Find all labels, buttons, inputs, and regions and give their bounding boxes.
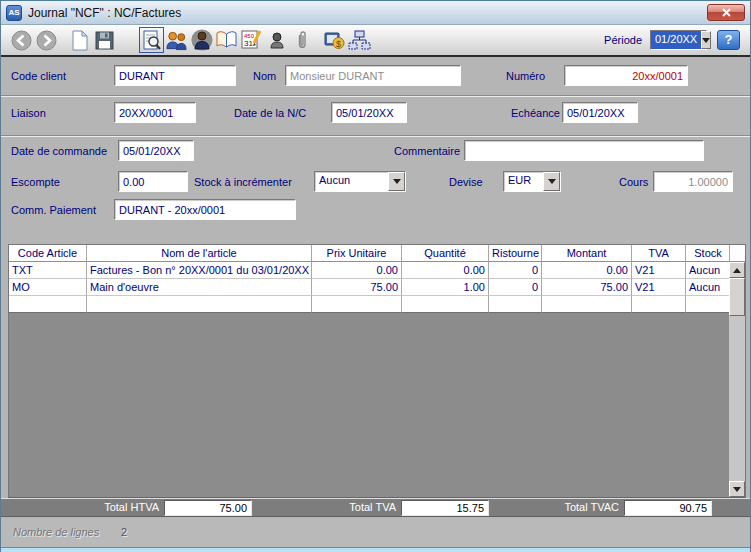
close-icon: [722, 8, 731, 17]
table-cell[interactable]: [312, 296, 402, 313]
total-tva-field[interactable]: [401, 500, 489, 516]
periode-combobox[interactable]: 01/20XX: [650, 30, 707, 50]
table-cell[interactable]: 75.00: [312, 279, 402, 296]
payment-icon: $: [324, 30, 346, 50]
cours-label: Cours: [619, 176, 648, 188]
scroll-up-button[interactable]: [729, 262, 745, 278]
escompte-field[interactable]: [118, 171, 188, 192]
contact-icon: [270, 32, 284, 49]
total-tvac-field[interactable]: [624, 500, 712, 516]
table-cell[interactable]: [87, 296, 312, 313]
table-cell[interactable]: Factures - Bon n° 20XX/0001 du 03/01/20X…: [87, 262, 312, 279]
client-button[interactable]: [189, 27, 214, 53]
close-button[interactable]: [707, 4, 745, 21]
contact-button[interactable]: [264, 27, 289, 53]
table-cell[interactable]: [489, 296, 542, 313]
column-header[interactable]: TVA: [632, 245, 686, 262]
table-cell[interactable]: V21: [632, 279, 686, 296]
numero-label: Numéro: [506, 70, 545, 82]
total-tva-label: Total TVA: [306, 501, 396, 513]
table-row[interactable]: MOMain d'oeuvre75.001.00075.00V21Aucun: [9, 279, 731, 296]
table-cell[interactable]: [402, 296, 489, 313]
toolbar: 450 31 $: [1, 25, 750, 57]
table-cell[interactable]: [542, 296, 632, 313]
table-cell[interactable]: [9, 296, 87, 313]
forward-button[interactable]: [34, 27, 59, 53]
window-bottom-border: [1, 547, 750, 552]
code-client-field[interactable]: [114, 65, 236, 86]
scroll-down-button[interactable]: [729, 481, 745, 497]
commentaire-label: Commentaire: [394, 145, 460, 157]
total-tvac-label: Total TVAC: [521, 501, 619, 513]
column-header[interactable]: Quantité: [402, 245, 489, 262]
date-commande-field[interactable]: [118, 140, 194, 161]
column-header[interactable]: Stock: [686, 245, 731, 262]
table-cell[interactable]: 0.00: [542, 262, 632, 279]
title-bar[interactable]: AS Journal "NCF" : NC/Factures: [1, 1, 750, 25]
table-row[interactable]: [9, 296, 731, 313]
stock-incrementer-value[interactable]: Aucun: [315, 172, 388, 191]
catalog-book-button[interactable]: [214, 27, 239, 53]
total-htva-field[interactable]: [164, 500, 252, 516]
total-htva-label: Total HTVA: [61, 501, 159, 513]
table-row[interactable]: TXTFactures - Bon n° 20XX/0001 du 03/01/…: [9, 262, 731, 279]
svg-text:31: 31: [244, 39, 253, 48]
save-button[interactable]: [92, 27, 117, 53]
periode-value[interactable]: 01/20XX: [651, 31, 701, 49]
commentaire-field[interactable]: [464, 140, 704, 161]
structure-icon: [348, 30, 371, 50]
column-header[interactable]: Prix Unitaire: [312, 245, 402, 262]
preview-search-button[interactable]: [139, 27, 164, 53]
table-cell[interactable]: [632, 296, 686, 313]
app-icon: AS: [6, 5, 22, 21]
back-icon: [11, 30, 32, 51]
new-document-button[interactable]: [67, 27, 92, 53]
liaison-field[interactable]: [114, 102, 196, 123]
table-cell[interactable]: Main d'oeuvre: [87, 279, 312, 296]
date-commande-label: Date de commande: [11, 145, 107, 157]
table-cell[interactable]: TXT: [9, 262, 87, 279]
date-nc-field[interactable]: [331, 102, 407, 123]
table-cell[interactable]: 0.00: [402, 262, 489, 279]
numero-field[interactable]: [564, 65, 688, 86]
scrollbar-thumb[interactable]: [729, 278, 745, 316]
table-cell[interactable]: 0: [489, 262, 542, 279]
attachment-button[interactable]: [289, 27, 314, 53]
structure-button[interactable]: [347, 27, 372, 53]
stock-incrementer-combobox[interactable]: Aucun: [314, 171, 406, 192]
comm-paiement-field[interactable]: [114, 199, 296, 220]
table-scrollbar[interactable]: [729, 245, 745, 497]
table-cell[interactable]: 1.00: [402, 279, 489, 296]
preview-search-icon: [142, 30, 162, 51]
devise-combobox[interactable]: EUR: [503, 171, 561, 192]
table-cell[interactable]: [686, 296, 731, 313]
divider: [1, 95, 750, 97]
table-cell[interactable]: Aucun: [686, 262, 731, 279]
clients-icon: [165, 30, 188, 51]
column-header[interactable]: Code Article: [9, 245, 87, 262]
column-header[interactable]: Ristourne: [489, 245, 542, 262]
table-cell[interactable]: 0: [489, 279, 542, 296]
periode-dropdown-button[interactable]: [701, 31, 711, 49]
table-cell[interactable]: 0.00: [312, 262, 402, 279]
cours-field: [653, 171, 733, 192]
save-icon: [95, 31, 114, 50]
back-button[interactable]: [9, 27, 34, 53]
devise-dropdown-button[interactable]: [543, 172, 560, 191]
table-cell[interactable]: 75.00: [542, 279, 632, 296]
table-cell[interactable]: Aucun: [686, 279, 731, 296]
clients-button[interactable]: [164, 27, 189, 53]
column-header[interactable]: Nom de l'article: [87, 245, 312, 262]
chevron-down-icon: [733, 487, 741, 492]
devise-value[interactable]: EUR: [504, 172, 543, 191]
client-icon: [191, 29, 213, 51]
payment-button[interactable]: $: [322, 27, 347, 53]
help-button[interactable]: ?: [717, 30, 740, 50]
echeance-field[interactable]: [562, 102, 638, 123]
calendar-edit-button[interactable]: 450 31: [239, 27, 264, 53]
scrollbar-header-filler: [729, 245, 745, 262]
table-cell[interactable]: V21: [632, 262, 686, 279]
table-cell[interactable]: MO: [9, 279, 87, 296]
column-header[interactable]: Montant: [542, 245, 632, 262]
stock-dropdown-button[interactable]: [388, 172, 405, 191]
